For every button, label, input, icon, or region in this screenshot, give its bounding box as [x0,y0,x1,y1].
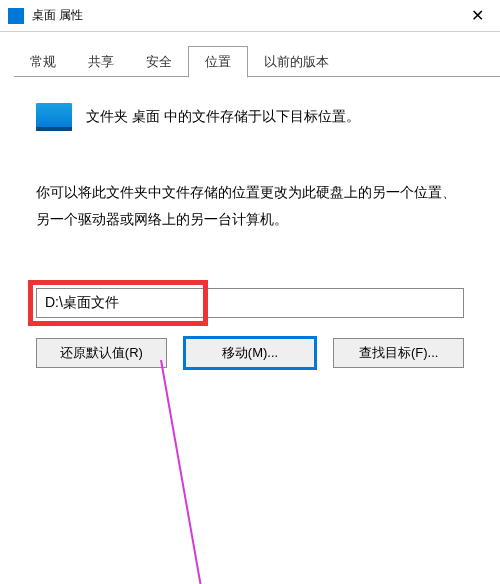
desktop-folder-icon [36,103,72,131]
tab-previous-versions[interactable]: 以前的版本 [248,47,345,77]
annotation-arrow-line [160,360,211,584]
tab-panel-location: 文件夹 桌面 中的文件存储于以下目标位置。 你可以将此文件夹中文件存储的位置更改… [0,77,500,388]
heading-text: 文件夹 桌面 中的文件存储于以下目标位置。 [86,108,360,126]
titlebar: 桌面 属性 ✕ [0,0,500,32]
move-button[interactable]: 移动(M)... [185,338,316,368]
tab-general[interactable]: 常规 [14,47,72,77]
tab-security[interactable]: 安全 [130,47,188,77]
description-text: 你可以将此文件夹中文件存储的位置更改为此硬盘上的另一个位置、另一个驱动器或网络上… [36,179,464,232]
find-target-button[interactable]: 查找目标(F)... [333,338,464,368]
target-path-input[interactable] [36,288,464,318]
tab-sharing[interactable]: 共享 [72,47,130,77]
window-icon [8,8,24,24]
restore-default-button[interactable]: 还原默认值(R) [36,338,167,368]
tab-location[interactable]: 位置 [188,46,248,78]
close-button[interactable]: ✕ [454,0,500,32]
tab-bar: 常规 共享 安全 位置 以前的版本 [0,32,500,77]
window-title: 桌面 属性 [32,7,454,24]
